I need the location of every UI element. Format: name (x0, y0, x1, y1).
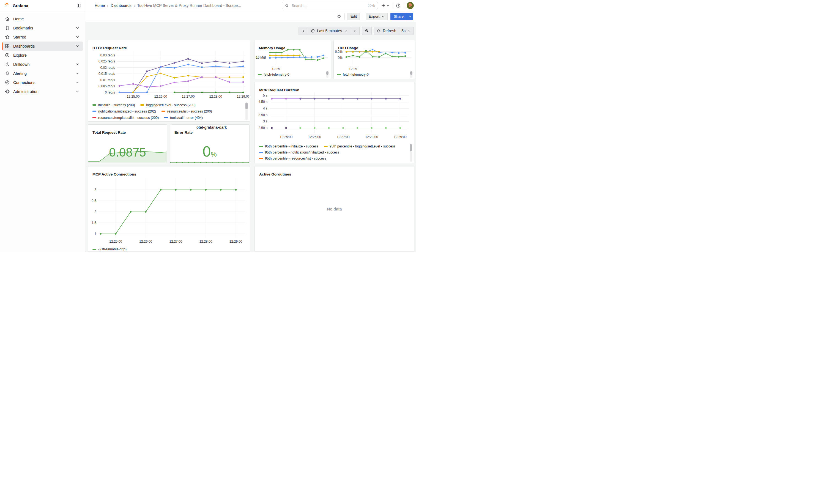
panel-http-request-rate[interactable]: HTTP Request Rate 12:25:0012:26:0012:27:… (88, 40, 250, 122)
breadcrumb-separator: › (134, 3, 135, 8)
legend-item[interactable]: tools/call - error (404) (164, 116, 203, 120)
legend-item[interactable]: fetch-telemetry-0 (258, 73, 289, 77)
sidebar-item-explore[interactable]: Explore (2, 51, 83, 60)
legend-scrollbar-thumb[interactable] (326, 71, 329, 75)
legend-item[interactable]: 95th percentile - resources/list - succe… (259, 157, 326, 160)
http-request-rate-chart[interactable]: 12:25:0012:26:0012:27:0012:28:0012:29:00… (89, 49, 249, 100)
sidebar-item-label: Alerting (13, 71, 27, 76)
time-range-picker[interactable]: Last 5 minutes (308, 27, 350, 35)
legend-label: - (streamable-http) (98, 247, 127, 251)
legend-label: resources/templates/list - success (200) (98, 116, 159, 120)
svg-text:4.50 s: 4.50 s (258, 100, 267, 104)
avatar-image (407, 2, 414, 9)
total-request-stat-value: 0.0875 (88, 145, 167, 159)
panel-memory-usage[interactable]: Memory Usage 12:2516 MiB fetch-telemetry… (254, 40, 331, 79)
sidebar-item-connections[interactable]: Connections (2, 78, 83, 87)
breadcrumb-home[interactable]: Home (95, 3, 105, 8)
share-menu-button[interactable] (407, 13, 413, 20)
svg-text:0.025 req/s: 0.025 req/s (99, 59, 115, 63)
panel-active-goroutines[interactable]: Active Goroutines No data (255, 166, 414, 252)
legend-label: initialize - success (200) (98, 103, 135, 107)
sidebar-item-alerting[interactable]: Alerting (2, 69, 83, 78)
zoom-out-icon (365, 29, 369, 33)
search-input[interactable] (291, 3, 365, 8)
sidebar-item-administration[interactable]: Administration (2, 87, 83, 96)
search-icon (285, 4, 289, 8)
chevron-down-icon[interactable] (75, 89, 80, 94)
panel-error-rate[interactable]: Error Rate otel-grafana-dark 0% (170, 124, 250, 163)
sidebar-item-label: Drilldown (13, 62, 30, 67)
cpu-usage-chart[interactable]: 12:250.2%0% (334, 47, 414, 72)
refresh-interval-picker[interactable]: 5s (399, 27, 414, 35)
refresh-button[interactable]: Refresh (374, 27, 399, 35)
search-box[interactable]: ⌘+k (282, 2, 378, 9)
chevron-down-icon (386, 4, 390, 7)
sidebar-item-dashboards[interactable]: Dashboards (2, 42, 83, 51)
sidebar-item-bookmarks[interactable]: Bookmarks (2, 23, 83, 32)
legend-scrollbar-thumb[interactable] (410, 71, 412, 75)
legend-item[interactable]: 95th percentile - notifications/initiali… (259, 151, 339, 154)
legend-item[interactable]: initialize - success (200) (93, 103, 135, 107)
help-button[interactable] (396, 3, 401, 8)
refresh-group: Refresh 5s (374, 27, 414, 35)
refresh-icon (376, 29, 381, 33)
edit-button[interactable]: Edit (347, 13, 360, 20)
legend-label: resources/list - success (200) (167, 109, 212, 113)
svg-text:12:29:00: 12:29:00 (394, 135, 407, 139)
legend-item[interactable]: logging/setLevel - success (200) (140, 103, 196, 107)
add-new-button[interactable] (381, 3, 390, 8)
legend-label: 95th percentile - resources/list - succe… (265, 157, 326, 160)
panel-cpu-usage[interactable]: CPU Usage 12:250.2%0% fetch-telemetry-0 (334, 40, 415, 79)
mcp-request-duration-chart[interactable]: 12:25:0012:26:0012:27:0012:28:0012:29:00… (256, 90, 413, 140)
legend-item[interactable]: 95th percentile - logging/setLevel - suc… (324, 144, 396, 148)
time-shift-back-button[interactable] (299, 27, 308, 35)
panel-total-request-rate[interactable]: Total Request Rate 0.0875 (88, 124, 167, 163)
svg-text:1: 1 (94, 232, 96, 236)
bell-icon (5, 71, 10, 76)
export-button[interactable]: Export (366, 13, 388, 20)
panel-mcp-request-duration[interactable]: MCP Request Duration 12:25:0012:26:0012:… (255, 82, 414, 163)
panel-title: MCP Active Connections (93, 172, 136, 176)
chevron-down-icon (344, 29, 347, 33)
legend-item[interactable]: notifications/initialized - success (202… (93, 109, 156, 113)
zoom-out-button[interactable] (362, 27, 371, 35)
svg-text:12:28:00: 12:28:00 (200, 240, 212, 243)
legend-scrollbar-thumb[interactable] (245, 103, 248, 109)
search-shortcut: ⌘+k (368, 4, 375, 8)
svg-text:12:28:00: 12:28:00 (365, 135, 378, 139)
chevron-down-icon[interactable] (75, 80, 80, 85)
legend-swatch (337, 74, 341, 75)
sidebar-item-label: Explore (13, 53, 27, 57)
svg-text:3: 3 (94, 188, 96, 192)
chevron-down-icon[interactable] (75, 44, 80, 49)
sidebar-item-drilldown[interactable]: Drilldown (2, 60, 83, 69)
sidebar-collapse-button[interactable] (76, 3, 82, 8)
breadcrumb: Home › Dashboards › ToolHive MCP Server … (95, 3, 241, 8)
breadcrumb-dashboards[interactable]: Dashboards (111, 3, 131, 8)
legend-swatch (93, 111, 96, 112)
chevron-down-icon[interactable] (75, 25, 80, 30)
user-avatar[interactable] (407, 2, 414, 9)
panel-mcp-active-connections[interactable]: MCP Active Connections 12:25:0012:26:001… (88, 166, 250, 252)
memory-usage-chart[interactable]: 12:2516 MiB (255, 47, 330, 72)
legend-item[interactable]: - (streamable-http) (93, 247, 127, 251)
star-outline-icon (337, 14, 342, 19)
share-button[interactable]: Share (390, 13, 407, 20)
legend-item[interactable]: fetch-telemetry-0 (337, 73, 369, 77)
home-icon (5, 16, 10, 22)
sidebar-item-starred[interactable]: Starred (2, 32, 83, 42)
time-shift-forward-button[interactable] (350, 27, 359, 35)
svg-text:0.01 req/s: 0.01 req/s (100, 78, 115, 82)
legend-item[interactable]: resources/templates/list - success (200) (93, 116, 159, 120)
breadcrumb-current: ToolHive MCP Server & Proxy Runner Dashb… (137, 3, 241, 8)
chevron-down-icon[interactable] (75, 34, 80, 39)
legend-item[interactable]: 95th percentile - initialize - success (259, 144, 318, 148)
sidebar-item-home[interactable]: Home (2, 14, 83, 23)
chevron-down-icon[interactable] (75, 62, 80, 67)
mcp-active-connections-chart[interactable]: 12:25:0012:26:0012:27:0012:28:0012:29:00… (89, 176, 249, 246)
legend-item[interactable]: resources/list - success (200) (161, 109, 212, 113)
favorite-star-button[interactable] (337, 14, 342, 19)
panel-title: Total Request Rate (93, 130, 126, 135)
chevron-down-icon[interactable] (75, 71, 80, 76)
legend-scrollbar-thumb[interactable] (410, 144, 412, 151)
